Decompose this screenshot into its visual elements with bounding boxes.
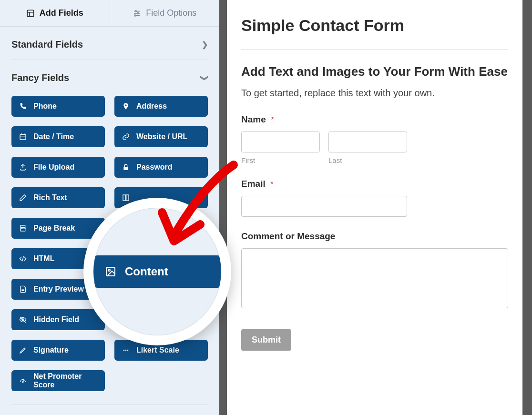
svg-rect-17 [20,225,25,228]
svg-point-29 [22,382,23,383]
name-field-block: Name * First Last [241,114,508,164]
last-name-sublabel: Last [328,156,407,164]
svg-point-31 [108,269,110,271]
field-hidden[interactable]: Hidden Field [11,309,105,330]
upload-icon [19,163,27,171]
section-standard-title: Standard Fields [11,39,83,50]
first-name-input[interactable] [241,132,320,152]
first-name-sublabel: First [241,156,320,164]
email-input[interactable] [241,196,407,217]
tab-add-fields[interactable]: Add Fields [0,0,110,26]
link-icon [122,133,130,141]
form-preview: Simple Contact Form Add Text and Images … [227,0,522,415]
section-fancy-fields[interactable]: Fancy Fields ❯ [11,60,208,93]
content-block: Add Text and Images to Your Form With Ea… [241,64,508,100]
magnifier-inner: Content [93,208,221,335]
svg-point-9 [125,104,126,106]
svg-rect-10 [20,134,26,140]
map-pin-icon [122,102,130,110]
field-html-label: HTML [33,254,54,263]
comment-field-block: Comment or Message [241,231,508,310]
form-title: Simple Contact Form [241,16,508,50]
field-file-upload-label: File Upload [33,163,74,172]
section-standard-fields[interactable]: Standard Fields ❯ [11,27,208,60]
tab-field-options-label: Field Options [146,8,196,18]
field-likert-label: Likert Scale [136,346,179,354]
field-nps-label: Net Promoter Score [33,372,97,389]
magnifier-overlay: Content [83,198,231,345]
field-address-label: Address [136,102,167,111]
field-password-label: Password [136,163,173,172]
field-phone-label: Phone [33,102,57,111]
section-divider [11,405,208,405]
svg-rect-15 [123,195,125,201]
content-block-heading: Add Text and Images to Your Form With Ea… [241,64,508,80]
tab-add-fields-label: Add Fields [40,8,83,18]
field-website-label: Website / URL [136,132,187,141]
chevron-down-icon: ❯ [200,75,209,81]
eye-off-icon [19,316,27,324]
field-page-break[interactable]: Page Break [11,218,105,239]
svg-point-7 [137,12,139,14]
field-password[interactable]: Password [114,157,208,178]
field-phone[interactable]: Phone [11,96,105,117]
field-page-break-label: Page Break [33,224,75,233]
required-marker: * [270,180,273,188]
svg-point-6 [135,10,136,12]
field-entry-preview-label: Entry Preview [33,285,84,294]
comment-textarea[interactable] [241,248,508,308]
field-website[interactable]: Website / URL [114,126,208,147]
content-block-text: To get started, replace this text with y… [241,86,508,100]
tab-field-options[interactable]: Field Options [110,0,220,26]
last-name-input[interactable] [328,132,407,152]
svg-point-27 [127,350,129,351]
layout-icon [26,9,35,18]
svg-rect-16 [126,195,129,201]
image-icon [105,266,116,277]
svg-point-8 [134,15,136,16]
svg-rect-14 [123,167,128,170]
phone-icon [19,102,27,110]
calendar-icon [19,133,27,141]
svg-line-20 [22,256,24,262]
comment-label: Comment or Message [241,231,508,242]
field-content-magnified-label: Content [125,265,168,278]
field-rich-text-label: Rich Text [33,193,67,202]
svg-point-25 [123,350,125,351]
pencil-icon [19,346,27,354]
svg-rect-0 [27,10,34,17]
field-file-upload[interactable]: File Upload [11,157,105,178]
svg-rect-30 [106,267,115,276]
sidebar-tabs: Add Fields Field Options [0,0,219,27]
field-address[interactable]: Address [114,96,208,117]
grid-icon [122,346,130,354]
gauge-icon [19,377,27,385]
required-marker: * [271,116,274,124]
file-text-icon [19,285,27,293]
submit-button[interactable]: Submit [241,329,291,351]
form-preview-pane: Simple Contact Form Add Text and Images … [222,0,532,415]
email-label: Email [241,179,266,189]
sliders-icon [133,9,141,18]
email-field-block: Email * [241,179,508,217]
chevron-right-icon: ❯ [202,40,208,49]
section-fancy-title: Fancy Fields [11,72,69,83]
columns-icon [122,194,130,202]
field-rich-text[interactable]: Rich Text [11,187,105,208]
code-icon [19,255,27,263]
svg-rect-18 [20,229,25,231]
field-nps[interactable]: Net Promoter Score [11,370,105,391]
svg-point-26 [125,350,127,351]
field-content-magnified[interactable]: Content [93,255,221,288]
field-hidden-label: Hidden Field [33,315,79,324]
edit-icon [19,194,27,202]
field-signature[interactable]: Signature [11,340,105,361]
field-datetime-label: Date / Time [33,132,74,141]
field-datetime[interactable]: Date / Time [11,126,105,147]
lock-icon [122,163,130,171]
name-label: Name [241,114,266,124]
field-signature-label: Signature [33,346,69,354]
page-break-icon [19,224,27,232]
